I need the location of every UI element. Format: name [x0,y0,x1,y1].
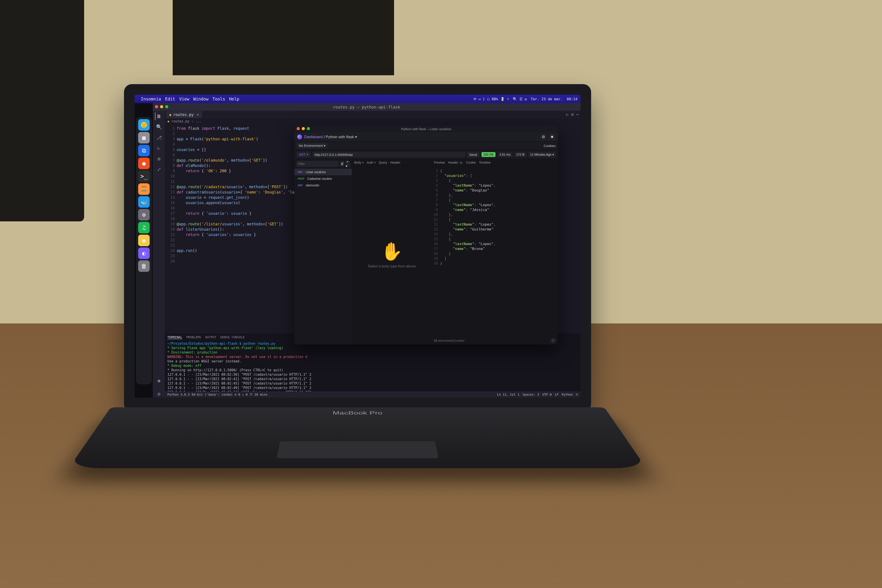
terminal[interactable]: ~/Projetos/Estudos/python-api-flask $ py… [165,340,580,392]
tab-header[interactable]: Header [390,161,400,164]
dock-app-launchpad[interactable]: ▦ [138,132,150,144]
split-editor-icon[interactable]: ⊟ [571,112,574,117]
minimize-icon[interactable] [302,127,305,130]
request-item[interactable]: GETolamundo [294,182,352,189]
dock-app-calculator[interactable]: 🧮 [138,183,150,195]
status-badge: 200 OK [482,152,495,157]
help-icon[interactable]: ? [550,338,556,344]
tab-routes-py[interactable]: ◆ routes.py × [166,111,202,118]
menubar-date[interactable]: Ter. 23 de mar. [531,97,563,101]
more-actions-icon[interactable]: ⋯ [576,112,579,117]
source-control-icon[interactable]: ⎇ [155,134,162,141]
request-sidebar: ⇵ ＋▾ GETListar usuáriosPOSTCadastrar usu… [294,159,352,345]
tab-resp-header[interactable]: Header5 [448,161,463,164]
extensions-icon[interactable]: ⊞ [155,155,162,162]
battery-icon[interactable]: 🔋 [500,97,505,101]
tab-close-icon[interactable]: × [196,112,199,117]
project-name[interactable]: Python with flask [326,135,354,139]
add-request-icon[interactable]: ＋▾ [346,161,350,167]
run-icon[interactable]: ▷ [566,112,568,117]
request-item[interactable]: POSTCadastrar usuário [294,176,352,182]
send-button[interactable]: Send [467,152,479,158]
dock-app-settings[interactable]: ⚙ [138,209,150,220]
dock-app-docker[interactable]: 🐳 [138,196,150,208]
close-icon[interactable] [155,105,158,108]
status-encoding[interactable]: UTF-8 [542,393,552,396]
dock-app-chrome[interactable]: ◉ [138,235,150,246]
tab-body[interactable]: Body [354,161,364,164]
tab-output[interactable]: OUTPUT [205,335,216,339]
dock-app-trash[interactable]: 🗑 [138,260,150,272]
status-cursor[interactable]: Ln 11, Col 1 [497,393,519,396]
tab-auth[interactable]: Auth [367,161,376,164]
display-icon[interactable]: ▭ [478,97,481,101]
tab-debug-console[interactable]: DEBUG CONSOLE [220,335,244,339]
jsonpath-input[interactable] [435,339,549,342]
request-tabs: Body Auth Query Header [352,159,432,166]
status-feedback-icon[interactable]: ☺ [576,393,578,396]
explorer-icon[interactable]: 🗎 [155,112,162,120]
url-bar: GET ▾ http://127.0.0.1:5000/listar Send … [294,150,558,159]
airplay-icon[interactable]: ▢ [487,97,489,101]
menu-edit[interactable]: Edit [165,96,176,101]
menu-tools[interactable]: Tools [213,96,225,101]
status-indent[interactable]: Spaces: 2 [522,393,539,396]
search-panel-icon[interactable]: 🔍 [155,123,162,130]
time-badge: 2.01 ms [498,152,512,157]
dashboard-link[interactable]: Dashboard [304,135,322,139]
tab-preview[interactable]: Preview [434,161,445,164]
dock-app-vscode[interactable]: ⧉ [138,145,150,156]
tab-problems[interactable]: PROBLEMS [186,335,201,339]
status-language[interactable]: Python [562,393,573,396]
run-debug-icon[interactable]: ▷ [155,144,162,152]
status-bar[interactable]: Python 3.8.5 64-bit ('base': conda) ⊘ 0 … [165,392,580,398]
breadcrumb[interactable]: ◆ routes.py › ... [165,118,580,124]
macos-menubar[interactable]: Insomnia Edit View Window Tools Help ⟳ ▭… [135,95,580,103]
history-dropdown[interactable]: 11 Minutes Ago ▾ [528,152,556,157]
dock-app-figma[interactable]: ● [138,158,150,169]
response-body[interactable]: 1{2 "usuarios": [3 {4 "lastName": "Lopes… [432,166,558,336]
account-icon[interactable]: ☻ [549,134,555,140]
insomnia-titlebar[interactable]: Python with flask – Listar usuários [294,125,558,132]
control-center-icon[interactable]: ☰ [519,97,522,101]
request-item[interactable]: GETListar usuários [294,169,352,176]
zoom-icon[interactable] [165,105,168,108]
menu-help[interactable]: Help [229,96,239,101]
filter-input[interactable] [296,161,339,167]
chevron-down-icon[interactable]: ▾ [355,135,357,139]
siri-icon[interactable]: ◎ [525,97,527,101]
bluetooth-icon[interactable]: ᛒ [483,97,485,101]
account-icon[interactable]: ☻ [155,377,162,385]
vscode-titlebar[interactable]: routes.py — python-api-flask [153,103,580,111]
environment-selector[interactable]: No Environment ▾ [297,143,328,148]
dock-app-spotify[interactable]: ♫ [138,222,150,233]
search-icon[interactable]: 🔍 [513,97,517,101]
menubar-app-name[interactable]: Insomnia [141,96,161,101]
close-icon[interactable] [297,127,300,130]
remote-icon[interactable]: ⤢ [155,166,162,173]
tab-terminal[interactable]: TERMINAL [167,335,182,339]
tab-cookie[interactable]: Cookie [466,161,476,164]
status-eol[interactable]: LF [555,393,558,396]
settings-gear-icon[interactable]: ⚙ [540,134,546,140]
tab-timeline[interactable]: Timeline [479,161,490,164]
wifi-icon[interactable]: ᯤ [507,97,510,101]
sync-icon[interactable]: ⟳ [474,97,476,101]
sort-icon[interactable]: ⇵ [340,161,344,167]
zoom-icon[interactable] [307,127,310,130]
dock-app-finder[interactable]: 🙂 [138,119,150,130]
settings-gear-icon[interactable]: ⚙ [155,390,162,398]
dock-app-insomnia[interactable]: ◐ [138,248,150,259]
method-badge: GET [297,184,304,187]
cookies-button[interactable]: Cookies [544,144,556,148]
url-input[interactable]: http://127.0.0.1:5000/listar [313,152,465,158]
tab-query[interactable]: Query [379,161,387,164]
insomnia-logo-icon[interactable] [297,134,302,139]
method-selector[interactable]: GET ▾ [297,152,310,158]
menubar-time[interactable]: 08:14 [567,97,578,101]
status-left[interactable]: Python 3.8.5 64-bit ('base': conda) ⊘ 0 … [167,393,267,396]
menu-window[interactable]: Window [193,96,208,101]
minimize-icon[interactable] [160,105,163,108]
menu-view[interactable]: View [179,96,189,101]
dock-app-terminal[interactable]: >_ [138,171,150,182]
